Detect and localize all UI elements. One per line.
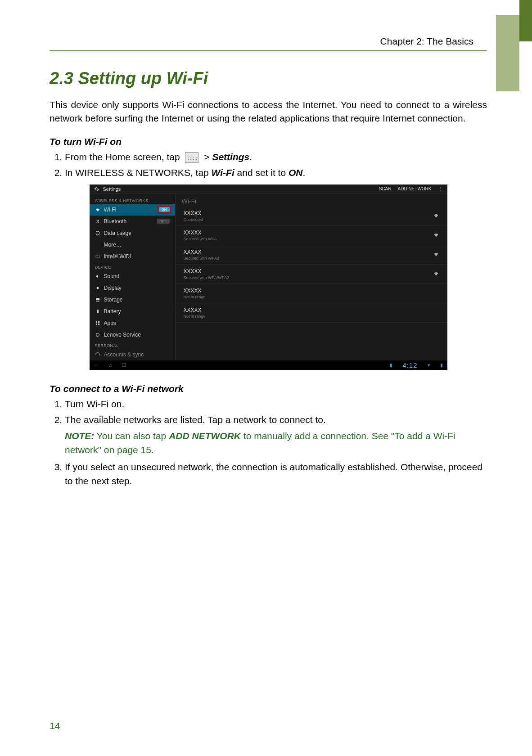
- svg-rect-4: [96, 299, 99, 300]
- svg-rect-8: [98, 321, 99, 323]
- sidebar-item-apps[interactable]: Apps: [90, 317, 175, 329]
- sidebar-item-storage[interactable]: Storage: [90, 294, 175, 306]
- overflow-menu-icon[interactable]: ⋮: [438, 186, 443, 191]
- system-navbar: ← ⌂ ☐ ▮ 4:12 ▾ ▮: [90, 360, 447, 370]
- apps-grid-icon: [185, 152, 198, 163]
- status-clock: 4:12: [402, 361, 417, 369]
- svg-point-11: [96, 333, 99, 336]
- connect-step-2: The available networks are listed. Tap a…: [65, 413, 487, 457]
- svg-rect-1: [96, 255, 99, 257]
- service-icon: [95, 332, 100, 338]
- sidebar-item-display[interactable]: Display: [90, 282, 175, 294]
- svg-rect-6: [97, 310, 99, 313]
- wifi-signal-icon: [433, 251, 439, 258]
- section-title: 2.3 Setting up Wi-Fi: [50, 69, 487, 88]
- display-icon: [95, 285, 100, 291]
- network-name: XXXXX: [184, 230, 217, 236]
- svg-point-0: [96, 231, 99, 235]
- intro-paragraph: This device only supports Wi-Fi connecti…: [50, 98, 487, 126]
- network-name: XXXXX: [184, 307, 206, 313]
- home-icon[interactable]: ⌂: [109, 362, 112, 368]
- margin-accent-light: [496, 15, 519, 91]
- wifi-icon: [95, 207, 100, 212]
- settings-sidebar: WIRELESS & NETWORKS Wi-Fi ON Bluetooth O…: [90, 194, 176, 360]
- steps-connect: Turn Wi-Fi on. The available networks ar…: [50, 397, 487, 488]
- svg-point-2: [96, 287, 99, 289]
- category-personal: PERSONAL: [90, 341, 175, 349]
- svg-rect-5: [96, 301, 99, 302]
- step-1: From the Home screen, tap > Settings.: [65, 150, 487, 164]
- settings-screenshot: Settings SCAN ADD NETWORK ⋮ WIRELESS & N…: [90, 184, 447, 370]
- subheading-turn-on: To turn Wi-Fi on: [50, 136, 487, 147]
- storage-icon: [95, 297, 100, 302]
- network-status: Not in range: [184, 314, 206, 319]
- wifi-signal-icon: [433, 270, 439, 278]
- svg-rect-9: [96, 324, 97, 325]
- scan-button[interactable]: SCAN: [379, 186, 392, 191]
- category-wireless: WIRELESS & NETWORKS: [90, 196, 175, 204]
- panel-title: Wi-Fi: [176, 196, 447, 207]
- sidebar-item-data-usage[interactable]: Data usage: [90, 227, 175, 239]
- network-status: Connected: [184, 217, 203, 222]
- sidebar-item-widi[interactable]: Intel® WiDi: [90, 251, 175, 262]
- bluetooth-toggle-off[interactable]: OFF: [157, 219, 170, 224]
- svg-rect-7: [96, 321, 97, 323]
- network-status: Not in range: [184, 295, 206, 299]
- subheading-connect: To connect to a Wi-Fi network: [50, 383, 487, 394]
- bluetooth-icon: [95, 219, 100, 224]
- sidebar-item-wifi[interactable]: Wi-Fi ON: [90, 204, 175, 216]
- margin-accent-dark: [519, 0, 532, 41]
- connect-step-1: Turn Wi-Fi on.: [65, 397, 487, 411]
- status-indicator-icon: ▮: [390, 362, 392, 368]
- page-number: 14: [50, 720, 60, 731]
- network-name: XXXXX: [184, 210, 203, 216]
- svg-rect-10: [98, 324, 99, 325]
- sidebar-item-sound[interactable]: Sound: [90, 270, 175, 282]
- sidebar-item-more[interactable]: More…: [90, 239, 175, 251]
- step-2: In WIRELESS & NETWORKS, tap Wi-Fi and se…: [65, 166, 487, 180]
- header-rule: [50, 50, 487, 51]
- network-status: Secured with WPA/WPA2: [184, 275, 230, 280]
- wifi-toggle-on[interactable]: ON: [159, 207, 170, 212]
- wifi-signal-icon: [433, 232, 439, 239]
- add-network-button[interactable]: ADD NETWORK: [398, 186, 432, 191]
- network-row[interactable]: XXXXXSecured with WPA/WPA2: [176, 265, 447, 284]
- network-row[interactable]: XXXXXConnected: [176, 207, 447, 226]
- apps-icon: [95, 320, 100, 326]
- gear-icon: [94, 186, 99, 192]
- network-row[interactable]: XXXXXNot in range: [176, 303, 447, 323]
- wifi-signal-icon: [433, 212, 439, 220]
- screenshot-title: Settings: [103, 186, 121, 192]
- sidebar-item-bluetooth[interactable]: Bluetooth OFF: [90, 216, 175, 227]
- battery-status-icon: ▮: [440, 362, 443, 368]
- network-row[interactable]: XXXXXSecured with WPA: [176, 226, 447, 245]
- wifi-panel: Wi-Fi XXXXXConnectedXXXXXSecured with WP…: [176, 194, 447, 360]
- network-row[interactable]: XXXXXNot in range: [176, 284, 447, 303]
- recent-icon[interactable]: ☐: [122, 362, 126, 368]
- data-usage-icon: [95, 230, 100, 236]
- widi-icon: [95, 254, 100, 259]
- network-name: XXXXX: [184, 249, 219, 255]
- category-device: DEVICE: [90, 262, 175, 270]
- network-status: Secured with WPA: [184, 237, 217, 241]
- wifi-status-icon: ▾: [428, 362, 430, 368]
- network-name: XXXXX: [184, 268, 230, 274]
- sidebar-item-accounts[interactable]: Accounts & sync: [90, 349, 175, 360]
- sidebar-item-lenovo[interactable]: Lenovo Service: [90, 329, 175, 341]
- svg-rect-3: [96, 298, 99, 299]
- back-icon[interactable]: ←: [94, 362, 99, 368]
- sound-icon: [95, 274, 100, 279]
- network-row[interactable]: XXXXXSecured with WPA2: [176, 245, 447, 265]
- battery-icon: [95, 309, 100, 314]
- screenshot-titlebar: Settings SCAN ADD NETWORK ⋮: [90, 184, 447, 194]
- chapter-header: Chapter 2: The Basics: [50, 36, 487, 47]
- note-block: NOTE: You can also tap ADD NETWORK to ma…: [65, 429, 487, 457]
- connect-step-3: If you select an unsecured network, the …: [65, 460, 487, 488]
- network-name: XXXXX: [184, 288, 206, 294]
- sync-icon: [95, 352, 100, 357]
- network-status: Secured with WPA2: [184, 256, 219, 261]
- sidebar-item-battery[interactable]: Battery: [90, 306, 175, 317]
- steps-turn-on: From the Home screen, tap > Settings. In…: [50, 150, 487, 180]
